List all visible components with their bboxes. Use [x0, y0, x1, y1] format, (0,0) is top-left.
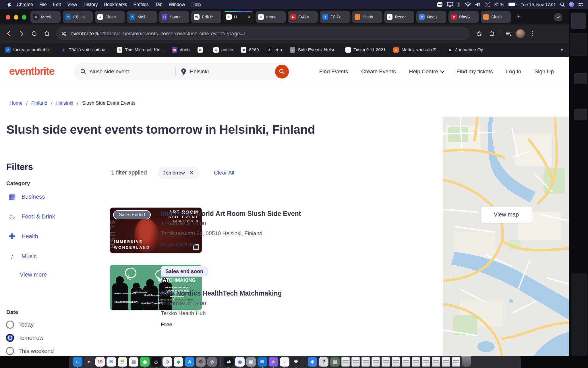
- extensions-icon[interactable]: [486, 28, 497, 39]
- date-today[interactable]: Today: [6, 321, 54, 329]
- bookmark-edu[interactable]: Z edu: [267, 47, 282, 53]
- radio-button[interactable]: [6, 334, 14, 342]
- help[interactable]: ?: [319, 357, 328, 367]
- category-music[interactable]: ♪ Music: [7, 251, 55, 261]
- app-store[interactable]: A: [185, 357, 194, 367]
- minimize-window-button[interactable]: [14, 15, 18, 20]
- tab-meeting[interactable]: S Meeti ✕: [30, 11, 61, 23]
- category-business[interactable]: ▦ Business: [7, 192, 55, 202]
- tab-close-icon[interactable]: ✕: [247, 15, 251, 19]
- tab-drive-recent[interactable]: ▲ Recer ✕: [384, 11, 414, 23]
- xtools[interactable]: ⚒: [291, 357, 301, 367]
- search-submit-button[interactable]: [275, 65, 289, 78]
- minimized-window[interactable]: [392, 357, 400, 367]
- url-bar[interactable]: eventbrite.fi/d/finland--helsinki/events…: [56, 27, 470, 40]
- tab-doc-noa[interactable]: ≡ Noa j ✕: [416, 11, 446, 23]
- bookmark-mettez[interactable]: Z Mettez-vous au Z...: [393, 47, 440, 53]
- siri-icon[interactable]: [569, 2, 574, 7]
- messenger[interactable]: ⚡: [269, 357, 278, 367]
- bookmark-austin[interactable]: Q austin: [213, 47, 233, 53]
- minimized-window[interactable]: [432, 357, 440, 367]
- view-map-button[interactable]: View map: [481, 206, 532, 223]
- finder[interactable]: ☺: [73, 357, 82, 367]
- radio-button[interactable]: [6, 347, 14, 355]
- eventbrite-logo[interactable]: eventbrite: [9, 65, 54, 77]
- tab-youtube[interactable]: ▶ (3424 ✕: [288, 11, 318, 23]
- new-tab-button[interactable]: +: [514, 12, 523, 21]
- do-not-disturb[interactable]: ⊘: [207, 357, 217, 367]
- menu-bar-clock[interactable]: Tue 19. Nov 17.01: [521, 2, 556, 7]
- tab-drive-slush[interactable]: ▲ Slush ✕: [95, 11, 125, 23]
- launchpad[interactable]: ✦: [84, 357, 94, 367]
- clear-all-link[interactable]: Clear All: [214, 170, 234, 176]
- maps[interactable]: ◈: [174, 357, 183, 367]
- minimized-window[interactable]: [351, 357, 360, 367]
- tab-linkedin[interactable]: in (9) Ha ✕: [63, 11, 93, 23]
- minimized-window[interactable]: [422, 357, 430, 367]
- bookmark-sijoittaa[interactable]: & Täällä voit sijoittaa...: [61, 47, 109, 53]
- url-text[interactable]: eventbrite.fi/d/finland--helsinki/events…: [71, 30, 246, 37]
- control-center-icon[interactable]: [578, 3, 583, 7]
- view-more-link[interactable]: View more: [20, 271, 47, 278]
- calendar[interactable]: 19: [95, 357, 105, 367]
- bookmarks-overflow-button[interactable]: »: [561, 47, 564, 53]
- bookmark-globe[interactable]: ⊕: [198, 47, 206, 53]
- tab-search-button[interactable]: [554, 13, 562, 22]
- notes[interactable]: ☰: [118, 357, 127, 367]
- volume-icon[interactable]: [475, 2, 480, 7]
- minimized-window[interactable]: [372, 357, 380, 367]
- filter-chip-tomorrow[interactable]: Tomorrow ✕: [158, 167, 199, 179]
- tab-plays[interactable]: V PlayS ✕: [448, 11, 479, 23]
- category-health[interactable]: ✚ Health: [7, 231, 55, 241]
- bookmark-linkedin[interactable]: in Increase profitabili...: [5, 47, 53, 53]
- outlook[interactable]: ✉: [258, 357, 267, 367]
- bookmark-dooh[interactable]: ▦ dooh: [172, 47, 189, 53]
- bookmark-microsoft[interactable]: B This Microsoft Kin...: [117, 47, 164, 53]
- globe-app[interactable]: ⊕: [308, 357, 317, 367]
- bookmark-star-icon[interactable]: [474, 28, 485, 39]
- minimized-window[interactable]: [402, 357, 410, 367]
- chrome[interactable]: ◉: [235, 357, 245, 367]
- nav-help-centre[interactable]: Help Centre: [409, 68, 443, 75]
- tab-eventbrite-immersive[interactable]: e Imme ✕: [256, 11, 286, 23]
- minimized-window[interactable]: [442, 357, 450, 367]
- music[interactable]: ♪: [280, 357, 289, 367]
- book-preview[interactable]: ▥: [330, 357, 340, 367]
- minimized-window[interactable]: [361, 357, 370, 367]
- mail[interactable]: ✉: [107, 357, 116, 367]
- map[interactable]: [443, 117, 569, 366]
- breadcrumb-helsinki[interactable]: Helsinki: [56, 100, 74, 106]
- tab-facebook[interactable]: f (3) Fa ✕: [320, 11, 350, 23]
- media-controls-icon[interactable]: [503, 28, 514, 39]
- event-title-immersive[interactable]: Immersive World Art Room Slush Side Even…: [161, 210, 333, 218]
- date-this-weekend[interactable]: This weekend: [6, 347, 54, 355]
- safari[interactable]: ⊙: [163, 357, 172, 367]
- close-window-button[interactable]: [6, 15, 10, 20]
- site-search-bar[interactable]: slush side event Helsinki: [74, 63, 291, 80]
- nav-log-in[interactable]: Log In: [506, 68, 521, 75]
- bluetooth-icon[interactable]: [457, 2, 461, 7]
- minimized-window[interactable]: [341, 357, 350, 367]
- breadcrumb-finland[interactable]: Finland: [31, 100, 47, 106]
- nav-find-events[interactable]: Find Events: [319, 68, 348, 75]
- browser-menu-icon[interactable]: [527, 28, 538, 39]
- input-source-icon[interactable]: ⌘: [485, 2, 490, 7]
- bookmark-janmarine[interactable]: ⊕ Janmarine Oy: [447, 47, 483, 53]
- radio-button[interactable]: [6, 321, 14, 329]
- tab-slush[interactable]: ~ Slush ✕: [352, 11, 382, 23]
- bookmark-8269[interactable]: ⊕ 8269: [241, 47, 259, 53]
- teamviewer[interactable]: ⇄: [224, 357, 233, 367]
- reload-button[interactable]: [29, 28, 40, 39]
- nav-create-events[interactable]: Create Events: [361, 68, 396, 75]
- unity[interactable]: ◇: [151, 357, 161, 367]
- location-input[interactable]: Helsinki: [190, 68, 275, 75]
- facetime[interactable]: ◉: [140, 357, 150, 367]
- switch-app-icon[interactable]: [437, 2, 443, 7]
- category-food-drink[interactable]: ♨ Food & Drink: [7, 212, 55, 221]
- minimized-window[interactable]: [452, 357, 460, 367]
- tab-slush-2[interactable]: ~ Slush ✕: [481, 11, 511, 23]
- minimized-window[interactable]: [382, 357, 390, 367]
- tab-eventbrite-active[interactable]: e H ✕: [223, 11, 254, 23]
- tab-wordpress[interactable]: W Edit P ✕: [191, 11, 221, 23]
- nav-sign-up[interactable]: Sign Up: [534, 68, 554, 75]
